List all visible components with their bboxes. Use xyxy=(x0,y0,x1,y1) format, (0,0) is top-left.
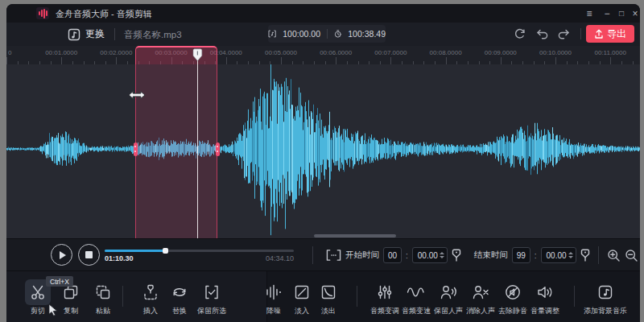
ruler-label: 0 xyxy=(8,49,11,56)
add-bgm-icon xyxy=(597,283,614,301)
selection-note-icon xyxy=(268,28,276,39)
shortcut-tooltip: Ctrl+X xyxy=(46,276,73,287)
ruler-label: 00:02.0000 xyxy=(100,49,132,56)
ruler-label: 00:10.0000 xyxy=(539,49,572,56)
trim-controls: 开始时间 00 : 00.00 结束时间 99 : 00.00 xyxy=(326,239,638,271)
set-start-marker-icon[interactable] xyxy=(452,249,461,262)
duration-time-value: 100:38.49 xyxy=(348,29,386,39)
zoom-out-icon[interactable] xyxy=(625,249,638,262)
mouse-cursor xyxy=(48,303,58,316)
end-time-label: 结束时间 xyxy=(474,250,508,261)
playhead-line[interactable] xyxy=(197,50,198,238)
selection-handle-right[interactable] xyxy=(216,142,220,156)
ruler-major-tick xyxy=(281,57,282,64)
ruler-major-tick xyxy=(6,57,7,64)
tool-add-bgm[interactable]: 添加背景音乐 xyxy=(572,279,639,316)
history-controls xyxy=(514,25,581,43)
pill-divider xyxy=(327,29,328,39)
selection-region[interactable] xyxy=(135,64,217,238)
app-window: 金舟音频大师 - 音频剪辑 ≡ − □ × 更换 音频名称.mp3 100:00… xyxy=(6,4,640,322)
zoom-in-icon[interactable] xyxy=(607,249,621,262)
export-label: 导出 xyxy=(607,27,626,41)
selection-region-header[interactable] xyxy=(135,46,217,64)
end-minutes-input[interactable]: 99 xyxy=(512,247,530,263)
time-separator: : xyxy=(406,251,408,260)
ruler-label: 00:01.0000 xyxy=(45,49,77,56)
transport-bar: 01:10.30 04:34.10 开始时间 00 : 00.00 结束时间 xyxy=(6,238,640,270)
ruler-major-tick xyxy=(446,57,447,64)
end-seconds-input[interactable]: 00.00 xyxy=(541,247,576,263)
export-button[interactable]: 导出 xyxy=(586,25,634,43)
maximize-icon[interactable]: □ xyxy=(614,6,629,20)
tool-label: 添加背景音乐 xyxy=(584,306,627,316)
ruler-label: 00:09.0000 xyxy=(485,49,517,56)
start-seconds-stepper[interactable] xyxy=(440,252,444,258)
upload-icon xyxy=(594,29,604,39)
change-file-button[interactable]: 更换 xyxy=(68,26,105,43)
undo-icon[interactable] xyxy=(535,29,548,39)
timeline-ruler[interactable]: 000:01.000000:02.000000:03.000000:04.000… xyxy=(6,46,640,64)
keep-selected-icon xyxy=(203,283,221,301)
stop-icon xyxy=(85,251,93,258)
menu-icon[interactable]: ≡ xyxy=(582,6,597,20)
seek-times: 01:10.30 04:34.10 xyxy=(105,254,294,262)
fade-out-icon xyxy=(320,283,337,301)
edit-toolbar: 剪切复制粘贴插入替换保留所选 降噪淡入淡出音频变调音频变速保留人声消除人声去除静… xyxy=(6,270,640,322)
start-minutes-input[interactable]: 00 xyxy=(383,247,402,263)
volume-icon xyxy=(535,283,555,301)
start-seconds-input[interactable]: 00.00 xyxy=(412,247,448,263)
desktop: 金舟音频大师 - 音频剪辑 ≡ − □ × 更换 音频名称.mp3 100:00… xyxy=(0,0,644,322)
toolbar-divider xyxy=(114,28,115,40)
redo-icon[interactable] xyxy=(558,29,571,39)
ruler-major-tick xyxy=(610,57,611,64)
ruler-major-tick xyxy=(501,57,502,64)
file-name[interactable]: 音频名称.mp3 xyxy=(124,29,182,41)
time-separator: : xyxy=(535,251,537,260)
reset-icon[interactable] xyxy=(514,28,526,40)
selection-handle-left[interactable] xyxy=(134,142,138,156)
waveform-canvas[interactable] xyxy=(6,64,640,238)
seek-thumb[interactable] xyxy=(163,248,168,254)
elapsed-time: 01:10.30 xyxy=(105,254,134,262)
transport-divider xyxy=(598,246,599,264)
close-icon[interactable]: × xyxy=(628,6,640,20)
clock-icon xyxy=(334,28,342,39)
ruler-label: 00:06.0000 xyxy=(320,49,352,56)
seek-fill xyxy=(105,250,165,252)
window-title: 金舟音频大师 - 音频剪辑 xyxy=(56,8,152,20)
ruler-major-tick xyxy=(116,57,117,64)
main-toolbar: 更换 音频名称.mp3 100:00.00 100:38.49 xyxy=(6,23,640,46)
tool-label: 粘贴 xyxy=(96,306,110,316)
tool-keep-selected[interactable]: 保留所选 xyxy=(178,279,246,316)
ruler-major-tick xyxy=(226,57,227,64)
toolbar-divider xyxy=(580,28,581,39)
ruler-label: 00:07.0000 xyxy=(374,49,407,56)
title-bar[interactable]: 金舟音频大师 - 音频剪辑 ≡ − □ × xyxy=(6,4,640,23)
ruler-major-tick xyxy=(390,57,391,64)
stop-button[interactable] xyxy=(78,244,100,266)
resize-cursor xyxy=(128,89,146,101)
minimize-icon[interactable]: − xyxy=(600,6,614,20)
seek-bar[interactable] xyxy=(105,250,294,252)
playhead-pin[interactable] xyxy=(192,48,203,63)
transport-divider xyxy=(312,246,313,264)
tool-label: 音量调整 xyxy=(530,306,559,316)
ruler-label: 00:05.0000 xyxy=(265,49,297,56)
horizontal-scrollbar[interactable] xyxy=(314,234,396,237)
time-display-pill: 100:00.00 100:38.49 xyxy=(268,25,386,43)
tool-label: 保留所选 xyxy=(197,306,226,316)
waveform-area[interactable] xyxy=(6,64,640,238)
change-file-label: 更换 xyxy=(85,27,105,41)
app-logo-icon xyxy=(36,7,49,19)
end-seconds-stepper[interactable] xyxy=(568,252,573,258)
selection-range-icon xyxy=(326,249,341,262)
play-icon xyxy=(60,251,66,259)
play-button[interactable] xyxy=(51,244,72,266)
ruler-major-tick xyxy=(336,57,336,64)
set-end-marker-icon[interactable] xyxy=(580,249,590,262)
ruler-major-tick xyxy=(555,57,556,64)
start-time-label: 开始时间 xyxy=(345,250,379,261)
ruler-major-tick xyxy=(61,57,62,64)
total-duration: 04:34.10 xyxy=(266,254,294,262)
tool-volume[interactable]: 音量调整 xyxy=(511,279,579,316)
